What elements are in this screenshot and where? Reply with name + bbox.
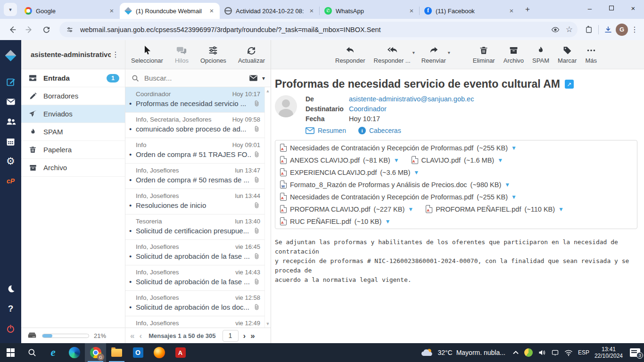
tab-close-icon[interactable]: × <box>207 7 216 15</box>
attachment-item[interactable]: Necesidades de Contratación y Recepción … <box>280 193 517 201</box>
browser-profile-avatar[interactable]: G <box>616 24 628 36</box>
antivirus-tray-icon[interactable] <box>524 348 533 357</box>
calendar-nav-button[interactable] <box>0 132 21 151</box>
folder-sent[interactable]: Enviados <box>21 105 125 123</box>
forward-button[interactable] <box>22 22 37 37</box>
attachment-item[interactable]: Formato_8_Razón de Proformas y Análisis … <box>280 181 510 189</box>
tab-close-icon[interactable]: × <box>107 7 116 15</box>
attachment-name[interactable]: Necesidades de Contratación y Recepción … <box>290 144 473 152</box>
tab-close-icon[interactable]: × <box>307 7 316 15</box>
scroll-down-icon[interactable]: ▼ <box>266 321 270 326</box>
next-page-icon[interactable]: › <box>243 332 246 340</box>
reply-all-menu-icon[interactable]: ▾ <box>413 50 415 55</box>
open-in-new-window-icon[interactable]: ↗ <box>565 80 574 89</box>
search-options-chevron-icon[interactable]: ▾ <box>262 75 265 82</box>
window-close-button[interactable]: × <box>622 0 644 16</box>
message-row[interactable]: Info, Joseflores vie 12:49 • <box>125 316 271 328</box>
attachment-item[interactable]: CLAVIJO.pdf (~1.6 MB) ▼ <box>412 156 504 164</box>
taskbar-clock[interactable]: 13:41 22/10/2024 <box>594 346 623 359</box>
refresh-list-button[interactable]: Actualizar <box>235 43 268 66</box>
preview-eye-icon[interactable] <box>550 24 561 35</box>
logout-button[interactable] <box>0 319 21 338</box>
summary-link[interactable]: Resumen <box>318 127 346 134</box>
extensions-icon[interactable] <box>583 24 594 35</box>
browser-tab[interactable]: Actividad 2024-10-22 08:00: × <box>220 3 320 19</box>
to-link[interactable]: Coordinador <box>349 105 387 113</box>
attachment-item[interactable]: ANEXOS CLAVIJO.pdf (~81 KB) ▼ <box>280 156 399 164</box>
new-tab-button[interactable]: + <box>521 3 534 16</box>
more-button[interactable]: Más <box>582 43 600 66</box>
bookmark-star-icon[interactable]: ☆ <box>566 25 573 34</box>
attachment-menu-icon[interactable]: ▼ <box>408 206 413 213</box>
archive-button[interactable]: Archivo <box>501 43 527 66</box>
internet-explorer-button[interactable]: e <box>42 343 64 362</box>
attachment-menu-icon[interactable]: ▼ <box>511 145 517 151</box>
refresh-button[interactable] <box>39 22 54 37</box>
folder-trash[interactable]: Papelera <box>21 141 125 159</box>
prev-page-icon[interactable]: ‹ <box>139 332 142 340</box>
outlook-button[interactable]: O <box>127 343 149 362</box>
downloads-icon[interactable] <box>603 24 614 35</box>
dark-mode-button[interactable] <box>0 279 21 299</box>
site-settings-icon[interactable] <box>64 24 75 35</box>
message-row[interactable]: Info, Joseflores lun 13:44 • Resolucione… <box>125 189 271 214</box>
message-row[interactable]: Tesoreria lun 13:40 • Solicitud de certi… <box>125 214 271 240</box>
last-page-icon[interactable]: » <box>250 332 255 340</box>
delete-button[interactable]: Eliminar <box>470 43 498 66</box>
compose-button[interactable] <box>0 72 21 92</box>
attachment-item[interactable]: EXPERIENCIA CLAVIJO.pdf (~3.6 MB) ▼ <box>280 168 419 176</box>
from-address-link[interactable]: asistente-administrativo@sanjuan.gob.ec <box>349 95 474 103</box>
folder-inbox[interactable]: Entrada 1 <box>21 69 125 87</box>
browser-menu-icon[interactable]: ⋮ <box>630 25 639 34</box>
window-restore-button[interactable] <box>601 0 622 16</box>
attachment-menu-icon[interactable]: ▼ <box>511 194 517 200</box>
message-row[interactable]: Info Hoy 09:01 • Orden de compra # 51 TR… <box>125 138 271 164</box>
attachment-name[interactable]: EXPERIENCIA CLAVIJO.pdf <box>290 169 377 176</box>
folder-drafts[interactable]: Borradores <box>21 87 125 105</box>
forward-mail-button[interactable]: Reenviar <box>419 43 449 66</box>
contacts-nav-button[interactable] <box>0 112 21 132</box>
search-bar[interactable]: Buscar... ▾ <box>125 69 271 87</box>
cpanel-button[interactable]: cP <box>0 171 21 191</box>
message-row[interactable]: Coordinador Hoy 10:17 • Proformas de nec… <box>125 87 271 113</box>
folder-archive[interactable]: Archivo <box>21 159 125 177</box>
reply-all-button[interactable]: Responder ... <box>371 43 413 66</box>
tab-close-icon[interactable]: × <box>407 7 416 15</box>
select-button[interactable]: Seleccionar <box>128 43 166 66</box>
search-scope-mail-icon[interactable] <box>248 73 258 83</box>
attachment-item[interactable]: Necesidades de Contratación y Recepción … <box>280 144 517 152</box>
taskbar-search-button[interactable] <box>21 343 42 362</box>
attachment-menu-icon[interactable]: ▼ <box>497 157 503 164</box>
folder-spam[interactable]: SPAM <box>21 123 125 141</box>
mark-button[interactable]: Marcar <box>555 43 579 66</box>
acrobat-button[interactable]: A <box>170 343 191 362</box>
attachment-name[interactable]: PROFORMA PEÑAFIEL.pdf <box>436 206 521 213</box>
tab-search-button[interactable]: ▾ <box>4 3 17 16</box>
action-center-icon[interactable]: 3 <box>630 348 640 357</box>
browser-tab[interactable]: (11) Facebook × <box>420 3 520 19</box>
tray-expand-chevron-icon[interactable] <box>512 350 519 355</box>
attachment-name[interactable]: CLAVIJO.pdf <box>421 156 461 164</box>
threads-button[interactable]: Hilos <box>172 43 191 66</box>
first-page-icon[interactable]: « <box>130 332 134 340</box>
edge-button[interactable] <box>64 343 85 362</box>
attachment-name[interactable]: RUC PEÑAFIEL.pdf <box>290 218 351 225</box>
message-row[interactable]: Info, Joseflores vie 12:58 • Solicitud d… <box>125 291 271 316</box>
tab-close-icon[interactable]: × <box>507 7 516 15</box>
meet-now-icon[interactable] <box>551 349 559 356</box>
reply-button[interactable]: Responder <box>332 43 368 66</box>
weather-widget[interactable]: 32°C Mayorm. nubla... <box>421 347 505 358</box>
settings-nav-button[interactable]: ⚙ <box>0 151 21 171</box>
list-scrollbar[interactable]: ▲ ▼ <box>264 87 271 328</box>
attachment-menu-icon[interactable]: ▼ <box>413 169 419 176</box>
language-indicator[interactable]: ESP <box>578 349 589 356</box>
window-minimize-button[interactable]: – <box>579 0 601 16</box>
wifi-icon[interactable] <box>564 349 573 356</box>
attachment-item[interactable]: RUC PEÑAFIEL.pdf (~10 KB) ▼ <box>280 217 390 225</box>
folders-menu-icon[interactable]: ⋮ <box>111 50 120 59</box>
attachment-item[interactable]: PROFORMA PEÑAFIEL.pdf (~110 KB) ▼ <box>426 205 564 213</box>
browser-tab[interactable]: (1) Roundcube Webmail :: En × <box>120 3 220 19</box>
attachment-name[interactable]: Formato_8_Razón de Proformas y Análisis … <box>290 181 467 189</box>
attachment-menu-icon[interactable]: ▼ <box>558 206 564 213</box>
attachment-menu-icon[interactable]: ▼ <box>504 181 510 188</box>
